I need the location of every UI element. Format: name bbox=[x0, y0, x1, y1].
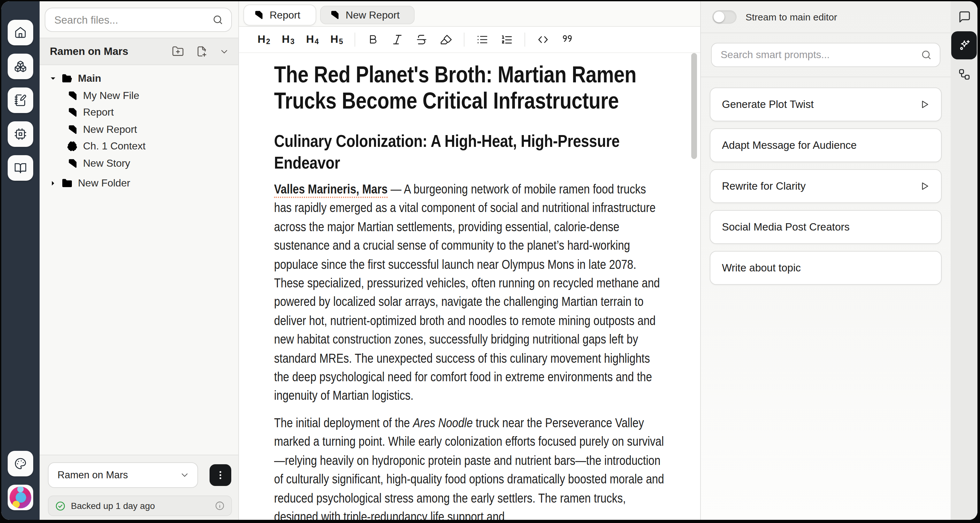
user-avatar-button[interactable] bbox=[8, 485, 33, 510]
tree-item-new-report[interactable]: New Report bbox=[40, 121, 238, 138]
app-window: Ramen on Mars Main My New File Report bbox=[1, 1, 977, 520]
editor-tabstrip: Report New Report bbox=[239, 1, 700, 27]
toolbar-separator bbox=[525, 33, 525, 47]
panel-bottom-section: Ramen on Mars Backed up 1 day ago bbox=[40, 455, 238, 520]
tab-report[interactable]: Report bbox=[243, 5, 316, 25]
bullet-list-icon bbox=[476, 33, 489, 46]
toolbar-separator bbox=[464, 33, 465, 47]
project-selector[interactable]: Ramen on Mars bbox=[48, 463, 198, 488]
text-file-icon bbox=[253, 10, 264, 21]
prompt-card-generate-plot-twist[interactable]: Generate Plot Twist bbox=[710, 87, 942, 121]
prompt-search-row bbox=[701, 33, 951, 77]
new-file-button[interactable] bbox=[196, 45, 208, 57]
prompt-card-label: Adapt Message for Audience bbox=[722, 139, 931, 151]
document-content: The Red Planet's Broth: Martian Ramen Tr… bbox=[274, 61, 665, 520]
heading2-button[interactable]: H2 bbox=[252, 30, 276, 49]
backup-status-bar: Backed up 1 day ago bbox=[48, 496, 232, 516]
tree-item-main[interactable]: Main bbox=[40, 70, 238, 87]
prompt-search-box[interactable] bbox=[711, 43, 940, 67]
bold-button[interactable] bbox=[361, 30, 385, 49]
project-selector-value: Ramen on Mars bbox=[57, 469, 180, 481]
editor-area: Report New Report H2 H3 H4 H5 bbox=[239, 1, 700, 520]
truck-name: Ares Noodle bbox=[413, 416, 473, 430]
home-icon bbox=[14, 26, 27, 39]
search-icon bbox=[212, 14, 224, 25]
folder-icon bbox=[61, 178, 73, 189]
tree-item-new-story[interactable]: New Story bbox=[40, 155, 238, 172]
stream-toggle-row: Stream to main editor bbox=[701, 1, 951, 33]
book-open-icon bbox=[14, 162, 27, 174]
comments-tool-button[interactable] bbox=[951, 3, 977, 31]
nav-home-button[interactable] bbox=[8, 20, 33, 45]
editor-scrollbar-thumb[interactable] bbox=[691, 53, 697, 159]
text-file-icon bbox=[67, 158, 78, 169]
strikethrough-button[interactable] bbox=[409, 30, 434, 49]
prompt-card-adapt-message[interactable]: Adapt Message for Audience bbox=[710, 128, 942, 162]
boxes-icon bbox=[14, 60, 27, 73]
file-search-input[interactable] bbox=[53, 13, 212, 27]
blockquote-button[interactable] bbox=[555, 30, 579, 49]
file-search-box[interactable] bbox=[45, 8, 232, 32]
heading4-button[interactable]: H4 bbox=[300, 30, 325, 49]
tree-item-new-folder[interactable]: New Folder bbox=[40, 175, 238, 192]
text-file-icon bbox=[329, 10, 340, 21]
play-icon[interactable] bbox=[919, 180, 931, 192]
heading3-button[interactable]: H3 bbox=[276, 30, 300, 49]
project-header: Ramen on Mars bbox=[40, 38, 238, 65]
tab-new-report[interactable]: New Report bbox=[320, 6, 414, 24]
workflow-tool-button[interactable] bbox=[951, 60, 977, 88]
quote-icon bbox=[561, 33, 574, 46]
chevron-down-icon bbox=[219, 46, 229, 57]
comment-icon bbox=[957, 10, 971, 23]
nav-engine-button[interactable] bbox=[8, 121, 33, 147]
theme-palette-button[interactable] bbox=[8, 451, 33, 476]
tree-item-label: Report bbox=[83, 107, 114, 118]
collapse-project-button[interactable] bbox=[219, 46, 229, 57]
code-button[interactable] bbox=[531, 30, 555, 49]
brain-icon bbox=[67, 141, 78, 152]
ordered-list-button[interactable] bbox=[495, 30, 519, 49]
right-tool-rail bbox=[951, 1, 977, 520]
text-file-icon bbox=[67, 90, 78, 102]
prompt-search-input[interactable] bbox=[719, 49, 921, 61]
toggle-knob bbox=[714, 11, 724, 22]
heading5-button[interactable]: H5 bbox=[325, 30, 349, 49]
chevron-down-icon[interactable] bbox=[49, 75, 57, 83]
prompt-card-list: Generate Plot Twist Adapt Message for Au… bbox=[701, 77, 951, 295]
file-tree: Main My New File Report New Report Ch. 1… bbox=[40, 70, 238, 192]
info-icon[interactable] bbox=[215, 501, 225, 511]
dateline: Valles Marineris, Mars bbox=[274, 182, 387, 198]
document-title: The Red Planet's Broth: Martian Ramen Tr… bbox=[274, 61, 665, 114]
nav-library-button[interactable] bbox=[8, 155, 33, 181]
notebook-pen-icon bbox=[14, 94, 27, 107]
nav-writer-button[interactable] bbox=[8, 87, 33, 113]
code-icon bbox=[537, 33, 549, 46]
smart-prompts-panel: Stream to main editor Generate Plot Twis… bbox=[700, 1, 951, 520]
stream-toggle[interactable] bbox=[712, 10, 737, 24]
nav-modules-button[interactable] bbox=[8, 54, 33, 79]
prompt-card-rewrite-for-clarity[interactable]: Rewrite for Clarity bbox=[710, 169, 942, 203]
tree-item-label: New Report bbox=[83, 124, 137, 135]
stream-toggle-label: Stream to main editor bbox=[746, 11, 837, 22]
tree-item-label: Ch. 1 Context bbox=[83, 141, 146, 152]
chevron-right-icon[interactable] bbox=[49, 179, 57, 188]
play-icon[interactable] bbox=[919, 99, 931, 110]
italic-button[interactable] bbox=[385, 30, 409, 49]
document-canvas[interactable]: The Red Planet's Broth: Martian Ramen Tr… bbox=[239, 53, 700, 520]
tree-item-my-new-file[interactable]: My New File bbox=[40, 87, 238, 104]
bullet-list-button[interactable] bbox=[470, 30, 495, 49]
text-file-icon bbox=[67, 124, 78, 135]
tree-item-ch1-context[interactable]: Ch. 1 Context bbox=[40, 138, 238, 155]
search-icon bbox=[921, 49, 932, 60]
ordered-list-icon bbox=[500, 33, 513, 46]
strikethrough-icon bbox=[415, 33, 428, 46]
tree-item-report[interactable]: Report bbox=[40, 104, 238, 121]
highlight-button[interactable] bbox=[434, 30, 458, 49]
prompt-card-social-media-post[interactable]: Social Media Post Creators bbox=[710, 210, 942, 244]
new-folder-button[interactable] bbox=[172, 45, 184, 57]
prompt-card-write-about-topic[interactable]: Write about topic bbox=[710, 251, 942, 285]
project-menu-button[interactable] bbox=[210, 464, 231, 486]
ai-prompts-tool-button[interactable] bbox=[951, 31, 977, 59]
prompt-card-label: Social Media Post Creators bbox=[722, 221, 931, 233]
left-nav-rail bbox=[1, 1, 40, 520]
